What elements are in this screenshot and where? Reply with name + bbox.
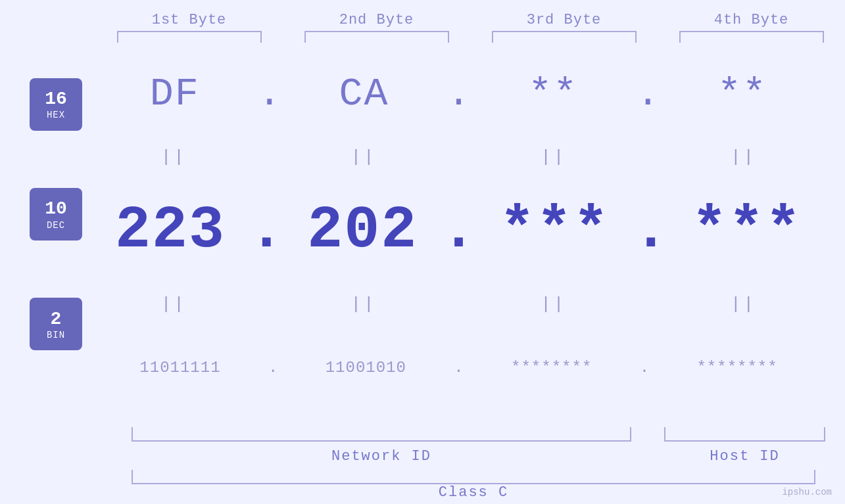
watermark: ipshu.com [782,487,832,497]
bracket-1 [117,31,262,43]
hex-dot-3: . [636,72,660,116]
dec-val-2: 202 [284,197,441,264]
eq-2-4: || [662,294,825,314]
bin-num: 2 [51,308,62,331]
eq-1-1: || [92,147,256,167]
bin-dot-3: . [640,359,649,377]
dec-num: 10 [45,198,67,220]
dec-badge: 10 DEC [30,188,82,241]
data-area: DF . CA . ** . [92,43,845,419]
dec-val-1: 223 [92,197,249,264]
col-header-1: 1st Byte [101,12,278,28]
dec-unit: DEC [47,220,65,231]
dec-val-3: *** [477,197,633,264]
class-label: Class C [132,484,815,501]
class-bracket [132,470,815,484]
equals-row-2: || || || || [92,292,825,317]
host-id-label: Host ID [664,448,825,465]
bin-values-row: 11011111 . 11001010 . ******** [92,359,825,377]
hex-values-row: DF . CA . ** . [92,72,825,116]
hex-val-3: ** [471,72,637,116]
bracket-3 [492,31,637,43]
bottom-section: Network ID Host ID Class C [0,419,845,504]
hex-val-2: CA [281,72,447,116]
dec-section: 223 . 202 . *** . [92,170,825,292]
col-header-3: 3rd Byte [475,12,653,28]
eq-2-2: || [282,294,446,314]
bin-val-1: 11011111 [92,359,268,377]
bin-badge: 2 BIN [30,298,82,350]
eq-1-4: || [662,147,825,167]
bracket-4 [679,31,824,43]
hex-dot-2: . [447,72,470,116]
network-bracket [132,427,631,442]
equals-row-1: || || || || [92,145,825,170]
bin-dot-1: . [268,359,278,377]
dec-dot-1: . [249,197,284,264]
dec-val-4: *** [669,197,825,264]
header-row: 1st Byte 2nd Byte 3rd Byte 4th Byte [0,12,845,28]
hex-val-4: ** [660,72,825,116]
bin-section: 11011111 . 11001010 . ******** [92,317,825,419]
bin-val-2: 11001010 [278,359,454,377]
bin-dot-2: . [454,359,463,377]
dec-dot-3: . [633,197,669,264]
eq-2-3: || [472,294,636,314]
bin-val-3: ******** [464,359,640,377]
network-id-label: Network ID [132,448,631,465]
hex-unit: HEX [47,110,65,120]
eq-1-2: || [282,147,446,167]
hex-dot-1: . [258,72,281,116]
hex-badge: 16 HEX [30,78,82,131]
col-header-4: 4th Byte [663,12,840,28]
bin-val-4: ******** [649,359,825,377]
bracket-2 [304,31,449,43]
bin-unit: BIN [47,330,65,340]
hex-num: 16 [45,88,67,110]
labels-column: 16 HEX 10 DEC 2 BIN [0,43,92,419]
top-bracket-row [0,31,845,43]
dec-dot-2: . [441,197,476,264]
eq-2-1: || [92,294,256,314]
host-bracket [664,427,825,442]
hex-val-1: DF [92,72,258,116]
main-container: 1st Byte 2nd Byte 3rd Byte 4th Byte 16 H… [0,0,845,504]
hex-section: DF . CA . ** . [92,43,825,145]
dec-values-row: 223 . 202 . *** . [92,197,825,264]
eq-1-3: || [472,147,636,167]
col-header-2: 2nd Byte [288,12,466,28]
main-area: 16 HEX 10 DEC 2 BIN DF . [0,43,845,419]
